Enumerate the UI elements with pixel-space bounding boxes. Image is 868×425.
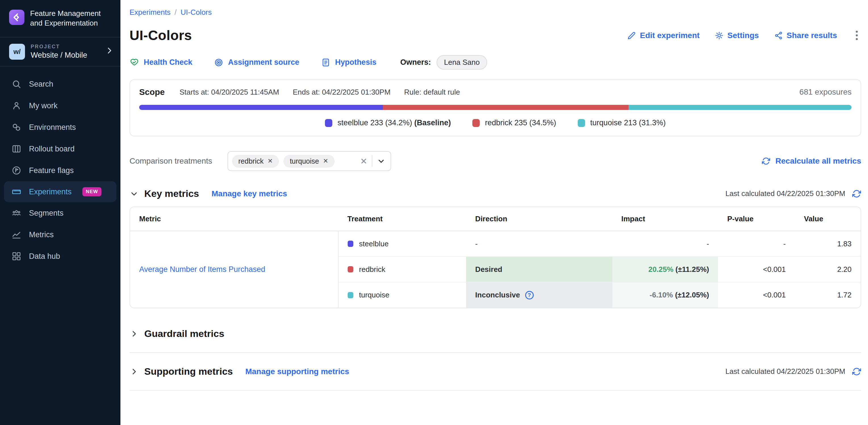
remove-chip-icon[interactable]: ✕ [268,157,273,165]
scope-card: Scope Starts at: 04/20/2025 11:45AM Ends… [129,79,861,136]
project-label: PROJECT [31,44,99,50]
sidebar-item-label: Experiments [29,187,71,196]
impact-cell: 20.25% (±11.25%) [612,256,718,282]
supporting-metrics-header: Supporting metrics Manage supporting met… [129,366,861,377]
divider [129,390,861,391]
page: Feature Management and Experimentation w… [0,0,868,425]
scope-title: Scope [139,87,165,97]
metric-link[interactable]: Average Number of Items Purchased [139,265,265,274]
treatment-color-dot [348,292,353,298]
sidebar-item-my-work[interactable]: My work [0,95,120,117]
chip-redbrick[interactable]: redbrick ✕ [232,155,279,168]
column-header-metric: Metric [130,207,338,231]
bar-segment-redbrick [383,105,628,110]
manage-supporting-metrics-link[interactable]: Manage supporting metrics [245,367,349,376]
scope-ends-at: Ends at: 04/22/2025 01:30PM [293,88,391,97]
manage-key-metrics-link[interactable]: Manage key metrics [212,189,287,198]
chevron-right-icon[interactable] [129,329,138,338]
more-options-button[interactable] [852,30,861,41]
hypothesis-label: Hypothesis [335,58,377,67]
column-header-treatment: Treatment [338,207,466,231]
recalculate-label: Recalculate all metrics [775,156,861,165]
people-icon [11,208,22,218]
key-metrics-title: Key metrics [144,188,199,199]
app-header: Feature Management and Experimentation [0,0,120,37]
pvalue-cell: <0.001 [718,282,795,308]
share-results-label: Share results [787,31,837,40]
owners-label: Owners: [400,58,431,67]
project-selector[interactable]: w/ PROJECT Website / Mobile [0,37,120,66]
scope-rule: Rule: default rule [404,88,460,97]
health-check-link[interactable]: Health Check [129,58,192,67]
gear-icon [715,31,723,40]
main-content: Experiments / UI-Colors UI-Colors Edit e… [120,0,868,425]
edit-experiment-button[interactable]: Edit experiment [627,31,700,40]
last-calculated-text: Last calculated 04/22/2025 01:30PM [725,189,845,198]
column-header-direction: Direction [466,207,612,231]
divider [372,155,372,167]
clear-all-icon[interactable]: ✕ [360,156,367,166]
share-results-button[interactable]: Share results [774,31,837,40]
header-actions: Edit experiment Settings Share results [627,30,861,41]
hypothesis-link[interactable]: Hypothesis [321,58,377,67]
assignment-source-label: Assignment source [228,58,299,67]
sidebar-item-experiments[interactable]: Experiments NEW [4,181,117,202]
app-title: Feature Management and Experimentation [30,8,101,28]
key-metrics-table-card: Metric Treatment Direction Impact P-valu… [129,207,861,308]
breadcrumb-experiments-link[interactable]: Experiments [129,8,171,17]
sidebar-item-feature-flags[interactable]: Feature flags [0,160,120,181]
project-name: Website / Mobile [31,51,99,60]
comparison-multiselect[interactable]: redbrick ✕ turquoise ✕ ✕ [227,151,391,171]
chevron-down-icon[interactable] [129,189,138,198]
chip-turquoise[interactable]: turquoise ✕ [283,155,334,168]
refresh-icon[interactable] [852,189,861,198]
divider [129,352,861,353]
pvalue-cell: - [718,231,795,256]
legend-swatch [472,119,480,127]
recalculate-all-metrics-button[interactable]: Recalculate all metrics [762,156,861,165]
bar-segment-turquoise [628,105,851,110]
sidebar-item-label: Segments [29,209,64,218]
breadcrumb-separator: / [175,8,177,17]
search-icon [11,79,22,89]
scope-starts-at: Starts at: 04/20/2025 11:45AM [180,88,279,97]
chevron-down-icon[interactable] [377,157,385,165]
sidebar-item-environments[interactable]: Environments [0,117,120,138]
remove-chip-icon[interactable]: ✕ [323,157,328,165]
treatment-cell: redbrick [338,256,466,282]
guardrail-metrics-header: Guardrail metrics [129,328,861,339]
sidebar-item-search[interactable]: Search [0,73,120,95]
sidebar-nav: Search My work Environments Rollout boar… [0,66,120,267]
refresh-icon[interactable] [852,367,861,376]
sidebar-item-metrics[interactable]: Metrics [0,224,120,245]
legend-item-turquoise: turquoise 213 (31.3%) [578,118,666,127]
split-logo-icon [9,10,24,25]
treatment-cell: turquoise [338,282,466,308]
settings-label: Settings [727,31,758,40]
key-metrics-last-calculated: Last calculated 04/22/2025 01:30PM [725,189,861,198]
sidebar-item-data-hub[interactable]: Data hub [0,245,120,267]
sidebar-item-label: Feature flags [29,166,74,175]
supporting-metrics-title: Supporting metrics [144,366,233,377]
treatment-cell: steelblue [338,231,466,256]
document-icon [321,58,331,67]
value-cell: 1.83 [795,231,861,256]
sidebar-item-label: My work [29,101,58,110]
ruler-icon [11,187,22,197]
page-title: UI-Colors [129,28,192,43]
hexagons-icon [11,122,22,132]
direction-cell: - [466,231,612,256]
breadcrumb-current-link[interactable]: UI-Colors [181,8,212,17]
sidebar-item-rollout-board[interactable]: Rollout board [0,138,120,160]
sidebar-item-label: Rollout board [29,145,75,153]
assignment-source-link[interactable]: Assignment source [214,58,299,67]
comparison-row: Comparison treatments redbrick ✕ turquoi… [129,151,861,171]
chevron-right-icon[interactable] [129,367,138,376]
pencil-icon [627,31,636,40]
help-icon[interactable]: ? [525,291,534,299]
owner-pill[interactable]: Lena Sano [437,55,487,70]
settings-button[interactable]: Settings [715,31,758,40]
legend-swatch [578,119,585,127]
supporting-last-calculated: Last calculated 04/22/2025 01:30PM [725,367,861,376]
sidebar-item-segments[interactable]: Segments [0,202,120,224]
